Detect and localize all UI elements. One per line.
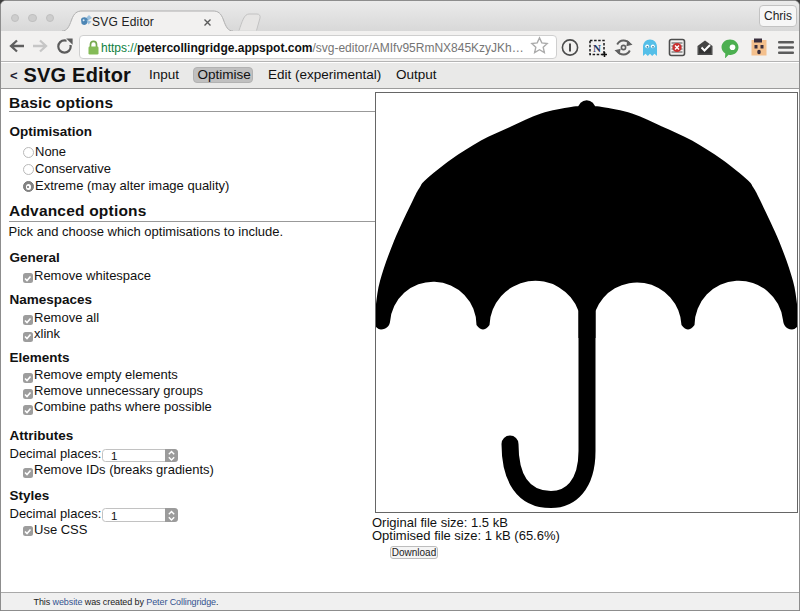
svg-text:N: N xyxy=(593,42,601,54)
